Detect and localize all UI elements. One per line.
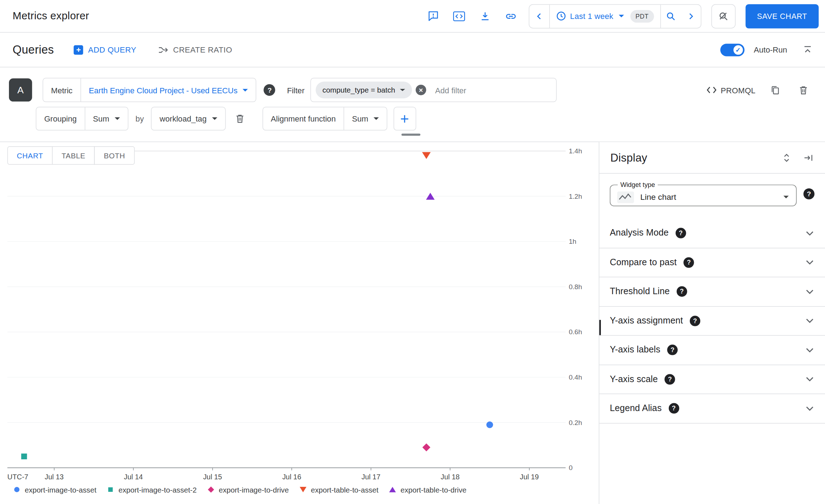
filter-chip[interactable]: compute_type = batch bbox=[316, 81, 412, 98]
panel-scrollbar[interactable] bbox=[599, 320, 601, 335]
chevron-down-icon bbox=[806, 406, 814, 411]
section-y-axis-scale[interactable]: Y-axis scale bbox=[599, 365, 825, 394]
section-threshold-line[interactable]: Threshold Line bbox=[599, 277, 825, 307]
chevron-right-icon bbox=[686, 12, 695, 20]
link-icon bbox=[505, 10, 516, 22]
svg-text:1h: 1h bbox=[569, 238, 576, 245]
section-title: Analysis Mode bbox=[610, 228, 669, 238]
triangle-up-marker-icon bbox=[389, 485, 397, 494]
feedback-icon bbox=[428, 10, 439, 21]
delete-query-button[interactable] bbox=[795, 81, 812, 99]
svg-text:Jul 16: Jul 16 bbox=[282, 473, 301, 481]
section-title: Y-axis assignment bbox=[610, 316, 683, 326]
filter-label: Filter bbox=[287, 85, 305, 94]
chevron-down-icon bbox=[806, 231, 814, 236]
create-ratio-button[interactable]: CREATE RATIO bbox=[158, 45, 232, 54]
query-builder: A Metric Earth Engine Cloud Project - Us… bbox=[0, 67, 825, 142]
code-editor-button[interactable] bbox=[448, 5, 470, 27]
disable-zoom-button[interactable] bbox=[711, 4, 736, 28]
threshold-line-help-icon[interactable] bbox=[677, 286, 687, 297]
unfold-more-icon bbox=[782, 153, 791, 162]
widget-type-help-icon[interactable] bbox=[804, 188, 815, 199]
section-title: Compare to past bbox=[610, 257, 677, 267]
delete-grouping-button[interactable] bbox=[231, 110, 249, 128]
metric-selector[interactable]: Metric Earth Engine Cloud Project - Used… bbox=[43, 78, 256, 102]
tab-chart[interactable]: CHART bbox=[8, 146, 53, 165]
caret-down-icon bbox=[400, 89, 405, 91]
collapse-panel-button[interactable] bbox=[804, 153, 814, 162]
add-query-button[interactable]: ADD QUERY bbox=[74, 45, 137, 54]
queries-bar-right: Auto-Run bbox=[720, 43, 812, 56]
queries-bar: Queries ADD QUERY CREATE RATIO Auto-Run bbox=[0, 33, 825, 67]
legend-export-image-to-asset[interactable]: export-image-to-asset bbox=[13, 485, 96, 494]
display-panel-header: Display bbox=[599, 142, 825, 173]
section-y-axis-assignment[interactable]: Y-axis assignment bbox=[599, 306, 825, 336]
svg-text:Jul 13: Jul 13 bbox=[45, 473, 64, 481]
time-forward-button[interactable] bbox=[681, 5, 701, 28]
add-filter-input[interactable]: Add filter bbox=[435, 85, 466, 94]
tab-table[interactable]: TABLE bbox=[52, 146, 95, 165]
chevron-down-icon bbox=[806, 348, 814, 352]
metric-label: Metric bbox=[43, 78, 80, 102]
chart-legend: export-image-to-assetexport-image-to-ass… bbox=[13, 485, 466, 494]
legend-label: export-image-to-drive bbox=[219, 485, 289, 494]
time-range-selector[interactable]: Last 1 week PDT bbox=[549, 5, 660, 28]
widget-type-select[interactable]: Widget type Line chart bbox=[610, 181, 797, 206]
analysis-mode-help-icon[interactable] bbox=[676, 228, 686, 238]
feedback-button[interactable] bbox=[422, 5, 444, 27]
legend-export-image-to-drive[interactable]: export-image-to-drive bbox=[207, 485, 289, 494]
save-chart-button[interactable]: SAVE CHART bbox=[745, 4, 819, 28]
metric-help-icon[interactable] bbox=[264, 84, 275, 96]
y-axis-scale-help-icon[interactable] bbox=[665, 374, 675, 384]
download-button[interactable] bbox=[474, 5, 496, 27]
section-analysis-mode[interactable]: Analysis Mode bbox=[599, 219, 825, 248]
y-axis-labels-help-icon[interactable] bbox=[667, 345, 678, 355]
chevron-down-icon bbox=[806, 289, 814, 294]
auto-run-toggle[interactable] bbox=[720, 43, 745, 56]
svg-text:0: 0 bbox=[569, 464, 573, 471]
section-legend-alias[interactable]: Legend Alias bbox=[599, 394, 825, 423]
collapse-queries-button[interactable] bbox=[803, 45, 812, 54]
time-back-button[interactable] bbox=[529, 5, 549, 28]
filter-input[interactable]: compute_type = batch Add filter bbox=[310, 78, 557, 102]
duplicate-query-button[interactable] bbox=[766, 81, 784, 99]
caret-down-icon bbox=[212, 117, 217, 120]
share-link-button[interactable] bbox=[500, 5, 522, 27]
legend-alias-help-icon[interactable] bbox=[668, 403, 679, 414]
scatter-chart[interactable]: 1.4h1.2h1h0.8h0.6h0.4h0.2h0UTC-7Jul 13Ju… bbox=[0, 142, 599, 504]
svg-text:Jul 17: Jul 17 bbox=[361, 473, 380, 481]
zoom-time-button[interactable] bbox=[661, 5, 681, 28]
section-title: Legend Alias bbox=[610, 403, 662, 414]
legend-export-table-to-asset[interactable]: export-table-to-asset bbox=[299, 485, 379, 494]
top-bar: Metrics explorer Last 1 wee bbox=[0, 0, 825, 33]
caret-down-icon bbox=[243, 89, 248, 91]
grouping-selector[interactable]: Grouping Sum bbox=[36, 107, 128, 130]
circle-marker-icon bbox=[13, 485, 21, 494]
diamond-marker-icon bbox=[207, 485, 215, 494]
magnifier-icon bbox=[666, 11, 675, 21]
auto-run-label: Auto-Run bbox=[754, 45, 787, 54]
chevron-down-icon bbox=[806, 377, 814, 381]
promql-label: PROMQL bbox=[721, 85, 755, 94]
time-range-label: Last 1 week bbox=[570, 11, 613, 20]
section-y-axis-labels[interactable]: Y-axis labels bbox=[599, 336, 825, 365]
alignment-function-selector[interactable]: Alignment function Sum bbox=[262, 107, 387, 130]
section-compare-to-past[interactable]: Compare to past bbox=[599, 248, 825, 277]
add-processing-step-button[interactable] bbox=[394, 107, 416, 130]
y-axis-assignment-help-icon[interactable] bbox=[690, 316, 700, 326]
unfold-sections-button[interactable] bbox=[782, 153, 791, 162]
triangle-down-marker-icon bbox=[299, 485, 307, 494]
legend-export-table-to-drive[interactable]: export-table-to-drive bbox=[389, 485, 466, 494]
legend-label: export-table-to-drive bbox=[401, 485, 466, 494]
legend-export-image-to-asset-2[interactable]: export-image-to-asset-2 bbox=[107, 485, 197, 494]
copy-icon bbox=[770, 85, 780, 95]
resize-handle[interactable] bbox=[401, 134, 420, 136]
compare-to-past-help-icon[interactable] bbox=[683, 257, 694, 267]
clock-icon bbox=[556, 11, 566, 21]
tab-both[interactable]: BOTH bbox=[94, 146, 135, 165]
caret-down-icon bbox=[784, 196, 789, 198]
group-by-selector[interactable]: workload_tag bbox=[151, 107, 226, 130]
promql-toggle[interactable]: PROMQL bbox=[706, 85, 755, 94]
legend-label: export-image-to-asset bbox=[25, 485, 96, 494]
remove-filter-icon[interactable] bbox=[416, 85, 426, 95]
